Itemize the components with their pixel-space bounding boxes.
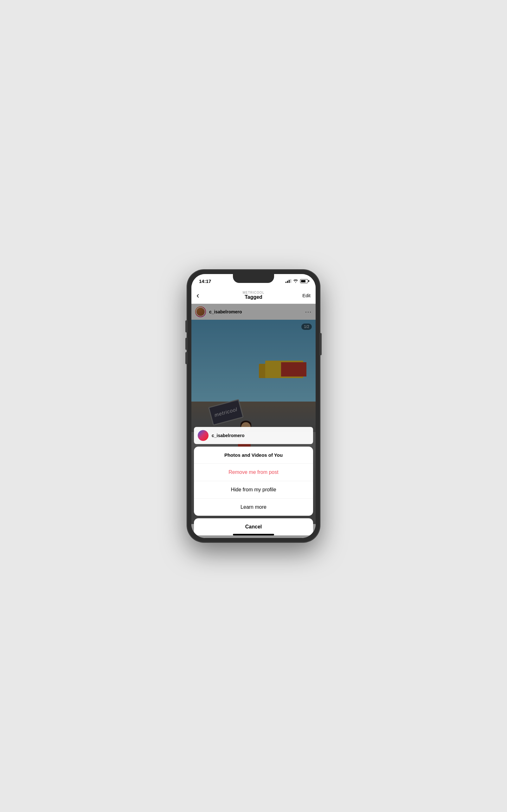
page-title: Tagged bbox=[209, 294, 298, 300]
next-post-avatar bbox=[198, 430, 209, 441]
back-button[interactable]: ‹ bbox=[196, 291, 209, 300]
status-icons bbox=[285, 279, 308, 283]
cancel-button[interactable]: Cancel bbox=[194, 518, 313, 536]
post-area: c_isabelromero ··· bbox=[191, 304, 316, 538]
phone-screen: 14:17 ‹ METRICOOL Tagged bbox=[191, 274, 316, 538]
bottom-sheet-cancel: Cancel bbox=[194, 518, 313, 536]
bottom-sheet-overlay: c_isabelromero Photos and Videos of You … bbox=[191, 304, 316, 538]
bottom-sheet-main: Photos and Videos of You Remove me from … bbox=[194, 447, 313, 516]
edit-button[interactable]: Edit bbox=[298, 293, 311, 298]
battery-icon bbox=[300, 279, 308, 283]
learn-more-button[interactable]: Learn more bbox=[194, 499, 313, 516]
phone-frame: 14:17 ‹ METRICOOL Tagged bbox=[187, 270, 320, 542]
hide-from-profile-button[interactable]: Hide from my profile bbox=[194, 481, 313, 499]
next-post-username: c_isabelromero bbox=[212, 433, 245, 438]
remove-from-post-button[interactable]: Remove me from post bbox=[194, 464, 313, 481]
app-header: ‹ METRICOOL Tagged Edit bbox=[191, 288, 316, 304]
wifi-icon bbox=[293, 279, 298, 283]
home-indicator bbox=[233, 534, 274, 536]
notch bbox=[233, 274, 274, 283]
next-post-preview: c_isabelromero bbox=[194, 427, 313, 444]
status-time: 14:17 bbox=[199, 278, 211, 284]
app-name-label: METRICOOL bbox=[209, 291, 298, 294]
header-center: METRICOOL Tagged bbox=[209, 291, 298, 300]
signal-icon bbox=[285, 279, 291, 283]
sheet-title: Photos and Videos of You bbox=[194, 447, 313, 464]
